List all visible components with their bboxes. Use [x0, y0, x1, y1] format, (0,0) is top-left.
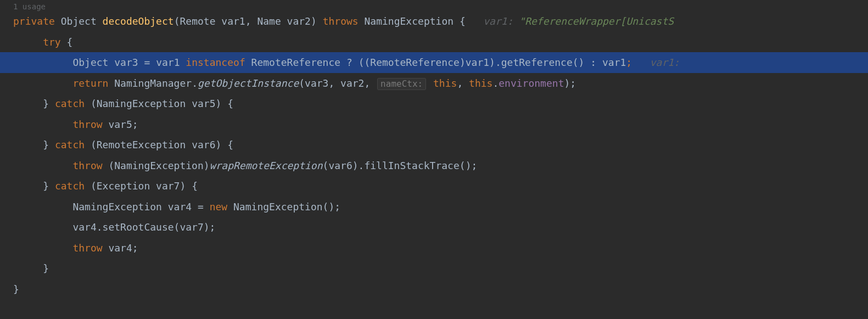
- type: RemoteReference: [251, 57, 341, 68]
- ident: var1: [602, 57, 626, 68]
- catch-clause: (Exception var7) {: [91, 180, 198, 192]
- method-name: decodeObject: [103, 15, 174, 27]
- ident: var4;: [108, 242, 138, 254]
- local-var: var4: [168, 201, 192, 212]
- keyword-throw: throw: [72, 160, 102, 171]
- code-line[interactable]: throw (NamingException)wrapRemoteExcepti…: [0, 155, 868, 176]
- args: (var3, var2,: [299, 77, 370, 89]
- keyword-instanceof: instanceof: [186, 57, 245, 68]
- dot: .: [492, 77, 499, 89]
- op: =: [144, 57, 150, 68]
- keyword-throw: throw: [72, 119, 102, 130]
- inlay-hint: var1: "ReferenceWrapper[UnicastS: [483, 15, 674, 27]
- param: var2: [287, 15, 311, 27]
- type-object: Object: [61, 15, 97, 27]
- class-ref: NamingManager: [114, 77, 192, 89]
- inlay-hint: var1:: [650, 57, 686, 68]
- ident: var5;: [108, 119, 138, 130]
- keyword-try: try: [43, 36, 61, 48]
- op: ?: [346, 57, 352, 68]
- keyword-private: private: [13, 15, 55, 27]
- param: var1: [221, 15, 245, 27]
- keyword-catch: catch: [55, 180, 85, 192]
- close: );: [564, 77, 576, 89]
- code-editor[interactable]: 1 usage private Object decodeObject(Remo…: [0, 0, 868, 299]
- code-line[interactable]: } catch (Exception var7) {: [0, 176, 868, 197]
- catch-clause: (RemoteException var6) {: [91, 139, 233, 150]
- code-line[interactable]: var4.setRootCause(var7);: [0, 217, 868, 238]
- comma: ,: [245, 15, 257, 27]
- ctor: NamingException();: [233, 201, 340, 212]
- op: =: [198, 201, 204, 212]
- keyword-return: return: [72, 77, 108, 89]
- cast: (NamingException): [108, 160, 209, 171]
- method-call: wrapRemoteException: [210, 160, 323, 171]
- type: Remote: [180, 15, 215, 27]
- code-line[interactable]: } catch (RemoteException var6) {: [0, 135, 868, 155]
- code-line[interactable]: throw var4;: [0, 238, 868, 259]
- expr: ((RemoteReference)var1).getReference(): [359, 57, 585, 68]
- brace: }: [43, 262, 49, 274]
- keyword-catch: catch: [55, 139, 85, 150]
- keyword-new: new: [210, 201, 228, 212]
- type: NamingException: [72, 201, 162, 212]
- op: :: [590, 57, 596, 68]
- code-line[interactable]: NamingException var4 = new NamingExcepti…: [0, 197, 868, 217]
- code-line[interactable]: }: [0, 258, 868, 279]
- brace: }: [43, 180, 49, 192]
- paren: ): [311, 15, 323, 27]
- keyword-catch: catch: [55, 98, 85, 109]
- code-line[interactable]: return NamingManager.getObjectInstance(v…: [0, 73, 868, 94]
- code-line[interactable]: } catch (NamingException var5) {: [0, 93, 868, 114]
- comma: ,: [457, 77, 469, 89]
- brace: }: [43, 98, 49, 109]
- paren: (: [174, 15, 180, 27]
- code-line[interactable]: private Object decodeObject(Remote var1,…: [0, 11, 868, 32]
- code-line[interactable]: throw var5;: [0, 114, 868, 135]
- usage-hint[interactable]: 1 usage: [0, 0, 868, 11]
- keyword-this: this: [433, 77, 457, 89]
- keyword-throws: throws: [323, 15, 359, 27]
- code-line[interactable]: try {: [0, 32, 868, 53]
- brace: {: [460, 15, 466, 27]
- rest: (var6).fillInStackTrace();: [323, 160, 478, 171]
- type: Name: [257, 15, 281, 27]
- semi: ;: [626, 57, 632, 68]
- catch-clause: (NamingException var5) {: [91, 98, 233, 109]
- type: Object: [72, 57, 108, 68]
- brace: }: [13, 283, 19, 295]
- local-var: var3: [114, 57, 138, 68]
- brace: }: [43, 139, 49, 150]
- ident: var1: [156, 57, 180, 68]
- field-ref: environment: [499, 77, 564, 89]
- brace: {: [67, 36, 73, 48]
- code-line-current[interactable]: Object var3 = var1 instanceof RemoteRefe…: [0, 52, 868, 73]
- stmt: var4.setRootCause(var7);: [72, 221, 215, 233]
- keyword-throw: throw: [72, 242, 102, 254]
- type: NamingException: [365, 15, 454, 27]
- static-method-call: getObjectInstance: [198, 77, 299, 89]
- param-hint: nameCtx:: [377, 78, 426, 90]
- code-line[interactable]: }: [0, 279, 868, 300]
- dot: .: [192, 77, 198, 89]
- keyword-this: this: [469, 77, 492, 89]
